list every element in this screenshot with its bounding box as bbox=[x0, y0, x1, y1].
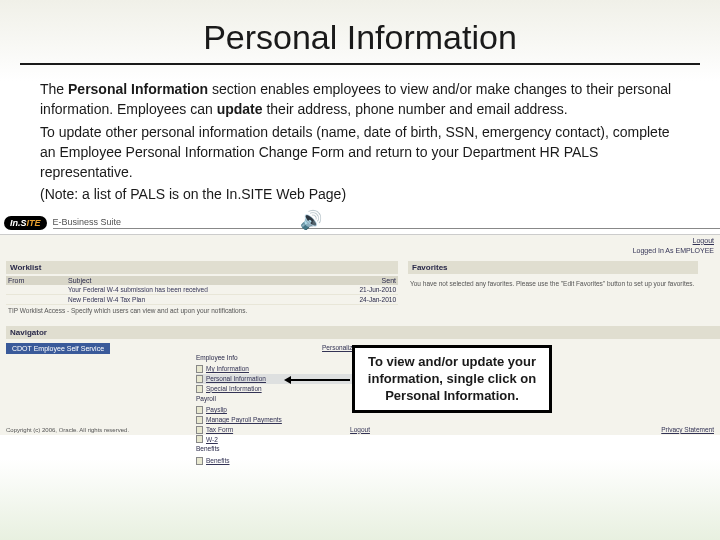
footer-logout-link[interactable]: Logout bbox=[350, 426, 370, 433]
nav-right: Personalize Employee Info My Information… bbox=[196, 343, 356, 466]
nav-group-info: Employee Info bbox=[196, 353, 356, 363]
td-from bbox=[8, 296, 68, 303]
content-row: Worklist From Subject Sent Your Federal … bbox=[0, 235, 720, 316]
nav-item-manage-payroll[interactable]: Manage Payroll Payments bbox=[196, 415, 356, 425]
td-subject[interactable]: New Federal W-4 Tax Plan bbox=[68, 296, 336, 303]
th-sent: Sent bbox=[336, 277, 396, 284]
table-row[interactable]: Your Federal W-4 submission has been rec… bbox=[6, 285, 398, 295]
logo-bar: In.SITE E-Business Suite bbox=[0, 213, 720, 235]
nav-item-w2[interactable]: W-2 bbox=[196, 435, 356, 445]
title-underline bbox=[20, 63, 700, 65]
body-text: The Personal Information section enables… bbox=[0, 79, 720, 205]
doc-icon bbox=[196, 385, 203, 393]
footer-privacy-link[interactable]: Privacy Statement bbox=[661, 426, 714, 433]
p1-post: their address, phone number and email ad… bbox=[263, 101, 568, 117]
p1-bold: Personal Information bbox=[68, 81, 208, 97]
favorites-header: Favorites bbox=[408, 261, 698, 274]
nav-group-payroll: Payroll bbox=[196, 394, 356, 404]
doc-icon bbox=[196, 457, 203, 465]
callout-box: To view and/or update your information, … bbox=[352, 345, 552, 414]
insite-logo: In.SITE bbox=[4, 216, 47, 230]
arrow-icon bbox=[290, 379, 350, 381]
td-sent: 24-Jan-2010 bbox=[336, 296, 396, 303]
worklist-tip: TIP Worklist Access - Specify which user… bbox=[6, 305, 398, 316]
doc-icon bbox=[196, 426, 203, 434]
nav-group-benefits: Benefits bbox=[196, 444, 356, 454]
copyright-label: Copyright (c) 2006, Oracle. All rights r… bbox=[6, 427, 129, 433]
nav-item-payslip[interactable]: Payslip bbox=[196, 405, 356, 415]
nav-item-benefits[interactable]: Benefits bbox=[196, 456, 356, 466]
speaker-icon: 🔊 bbox=[300, 209, 322, 231]
doc-icon bbox=[196, 435, 203, 443]
nav-left: CDOT Employee Self Service bbox=[6, 343, 196, 466]
p2: To update other personal information det… bbox=[40, 122, 680, 183]
personalize-link[interactable]: Personalize bbox=[322, 344, 356, 351]
navigator-header: Navigator bbox=[6, 326, 720, 339]
p3: (Note: a list of PALS is on the In.SITE … bbox=[40, 184, 680, 204]
logout-link[interactable]: Logout bbox=[693, 237, 714, 244]
logged-in-label: Logged In As EMPLOYEE bbox=[633, 247, 714, 254]
favorites-text: You have not selected any favorites. Ple… bbox=[408, 276, 698, 291]
td-sent: 21-Jun-2010 bbox=[336, 286, 396, 293]
ebs-label: E-Business Suite bbox=[53, 217, 720, 229]
nav-tab-self-service[interactable]: CDOT Employee Self Service bbox=[6, 343, 110, 354]
worklist-table-head: From Subject Sent bbox=[6, 276, 398, 285]
td-from bbox=[8, 286, 68, 293]
worklist-header: Worklist bbox=[6, 261, 398, 274]
td-subject[interactable]: Your Federal W-4 submission has been rec… bbox=[68, 286, 336, 293]
page-title: Personal Information bbox=[0, 0, 720, 63]
logo-post: ITE bbox=[27, 218, 41, 228]
nav-item-my-information[interactable]: My Information bbox=[196, 364, 356, 374]
nav-item-special-information[interactable]: Special Information bbox=[196, 384, 356, 394]
logo-pre: In.S bbox=[10, 218, 27, 228]
doc-icon bbox=[196, 406, 203, 414]
p1-pre: The bbox=[40, 81, 68, 97]
worklist-panel: Worklist From Subject Sent Your Federal … bbox=[0, 261, 398, 316]
p1-bold2: update bbox=[217, 101, 263, 117]
th-from: From bbox=[8, 277, 68, 284]
doc-icon bbox=[196, 375, 203, 383]
doc-icon bbox=[196, 416, 203, 424]
app-screenshot: In.SITE E-Business Suite Logout Logged I… bbox=[0, 213, 720, 435]
favorites-panel: Favorites You have not selected any favo… bbox=[398, 261, 698, 316]
th-subject: Subject bbox=[68, 277, 336, 284]
nav-item-tax-form[interactable]: Tax Form bbox=[196, 425, 356, 435]
table-row[interactable]: New Federal W-4 Tax Plan 24-Jan-2010 bbox=[6, 295, 398, 305]
doc-icon bbox=[196, 365, 203, 373]
